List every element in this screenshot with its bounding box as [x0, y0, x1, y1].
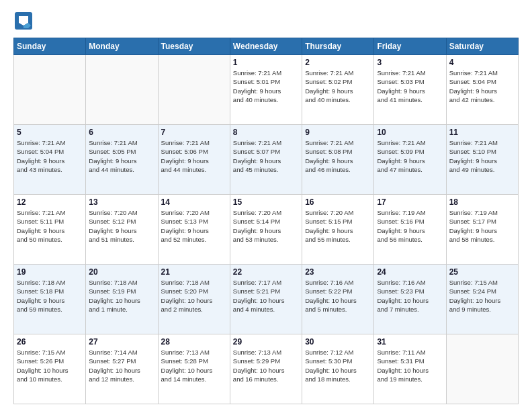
- day-info: Sunrise: 7:21 AM Sunset: 5:02 PM Dayligh…: [305, 68, 371, 104]
- day-info: Sunrise: 7:18 AM Sunset: 5:19 PM Dayligh…: [89, 278, 154, 314]
- calendar-cell: 4Sunrise: 7:21 AM Sunset: 5:04 PM Daylig…: [446, 55, 518, 125]
- calendar-cell: 6Sunrise: 7:21 AM Sunset: 5:05 PM Daylig…: [86, 125, 158, 195]
- calendar-week-row: 1Sunrise: 7:21 AM Sunset: 5:01 PM Daylig…: [14, 55, 519, 125]
- day-info: Sunrise: 7:18 AM Sunset: 5:20 PM Dayligh…: [161, 278, 227, 314]
- day-info: Sunrise: 7:21 AM Sunset: 5:11 PM Dayligh…: [17, 208, 83, 244]
- day-number: 23: [305, 267, 371, 277]
- day-number: 24: [377, 267, 443, 277]
- calendar-cell: 10Sunrise: 7:21 AM Sunset: 5:09 PM Dayli…: [374, 125, 446, 195]
- day-info: Sunrise: 7:21 AM Sunset: 5:01 PM Dayligh…: [233, 68, 299, 104]
- calendar-cell: 21Sunrise: 7:18 AM Sunset: 5:20 PM Dayli…: [158, 265, 230, 334]
- calendar-cell: 28Sunrise: 7:13 AM Sunset: 5:28 PM Dayli…: [158, 334, 230, 404]
- calendar-cell: 20Sunrise: 7:18 AM Sunset: 5:19 PM Dayli…: [86, 265, 158, 334]
- day-number: 13: [89, 197, 154, 207]
- day-number: 22: [233, 267, 299, 277]
- day-info: Sunrise: 7:17 AM Sunset: 5:21 PM Dayligh…: [233, 278, 299, 314]
- calendar-cell: [86, 55, 158, 125]
- calendar-cell: 26Sunrise: 7:15 AM Sunset: 5:26 PM Dayli…: [14, 334, 86, 404]
- day-info: Sunrise: 7:21 AM Sunset: 5:10 PM Dayligh…: [449, 138, 515, 174]
- calendar-cell: 15Sunrise: 7:20 AM Sunset: 5:14 PM Dayli…: [230, 195, 302, 265]
- day-number: 21: [161, 267, 227, 277]
- calendar-week-row: 12Sunrise: 7:21 AM Sunset: 5:11 PM Dayli…: [14, 195, 519, 265]
- calendar-cell: 5Sunrise: 7:21 AM Sunset: 5:04 PM Daylig…: [14, 125, 86, 195]
- day-number: 3: [377, 58, 443, 67]
- calendar-cell: 3Sunrise: 7:21 AM Sunset: 5:03 PM Daylig…: [374, 55, 446, 125]
- day-number: 15: [233, 197, 299, 207]
- calendar-cell: 23Sunrise: 7:16 AM Sunset: 5:22 PM Dayli…: [302, 265, 374, 334]
- day-info: Sunrise: 7:20 AM Sunset: 5:13 PM Dayligh…: [161, 208, 227, 244]
- day-number: 7: [161, 128, 227, 137]
- day-number: 5: [17, 128, 83, 137]
- calendar-cell: 1Sunrise: 7:21 AM Sunset: 5:01 PM Daylig…: [230, 55, 302, 125]
- day-number: 26: [17, 337, 83, 347]
- calendar-cell: 31Sunrise: 7:11 AM Sunset: 5:31 PM Dayli…: [374, 334, 446, 404]
- day-info: Sunrise: 7:12 AM Sunset: 5:30 PM Dayligh…: [305, 348, 371, 383]
- day-info: Sunrise: 7:18 AM Sunset: 5:18 PM Dayligh…: [17, 278, 83, 314]
- header: [13, 11, 519, 31]
- day-info: Sunrise: 7:11 AM Sunset: 5:31 PM Dayligh…: [377, 348, 443, 383]
- day-info: Sunrise: 7:13 AM Sunset: 5:28 PM Dayligh…: [161, 348, 227, 383]
- day-info: Sunrise: 7:21 AM Sunset: 5:05 PM Dayligh…: [89, 138, 154, 174]
- calendar-cell: 24Sunrise: 7:16 AM Sunset: 5:23 PM Dayli…: [374, 265, 446, 334]
- calendar-cell: 30Sunrise: 7:12 AM Sunset: 5:30 PM Dayli…: [302, 334, 374, 404]
- weekday-header-thursday: Thursday: [302, 38, 374, 55]
- weekday-header-friday: Friday: [374, 38, 446, 55]
- day-number: 1: [233, 58, 299, 67]
- day-info: Sunrise: 7:19 AM Sunset: 5:17 PM Dayligh…: [449, 208, 515, 244]
- calendar-cell: 27Sunrise: 7:14 AM Sunset: 5:27 PM Dayli…: [86, 334, 158, 404]
- calendar-cell: 9Sunrise: 7:21 AM Sunset: 5:08 PM Daylig…: [302, 125, 374, 195]
- calendar-cell: [446, 334, 518, 404]
- day-info: Sunrise: 7:20 AM Sunset: 5:14 PM Dayligh…: [233, 208, 299, 244]
- day-number: 31: [377, 337, 443, 347]
- day-number: 9: [305, 128, 371, 137]
- calendar-week-row: 5Sunrise: 7:21 AM Sunset: 5:04 PM Daylig…: [14, 125, 519, 195]
- calendar-cell: 8Sunrise: 7:21 AM Sunset: 5:07 PM Daylig…: [230, 125, 302, 195]
- day-info: Sunrise: 7:21 AM Sunset: 5:03 PM Dayligh…: [377, 68, 443, 104]
- weekday-header-sunday: Sunday: [14, 38, 86, 55]
- logo: [13, 11, 36, 31]
- calendar-cell: 13Sunrise: 7:20 AM Sunset: 5:12 PM Dayli…: [86, 195, 158, 265]
- calendar-cell: 12Sunrise: 7:21 AM Sunset: 5:11 PM Dayli…: [14, 195, 86, 265]
- calendar-cell: 25Sunrise: 7:15 AM Sunset: 5:24 PM Dayli…: [446, 265, 518, 334]
- day-info: Sunrise: 7:19 AM Sunset: 5:16 PM Dayligh…: [377, 208, 443, 244]
- day-info: Sunrise: 7:21 AM Sunset: 5:07 PM Dayligh…: [233, 138, 299, 174]
- calendar-cell: 11Sunrise: 7:21 AM Sunset: 5:10 PM Dayli…: [446, 125, 518, 195]
- calendar-cell: 2Sunrise: 7:21 AM Sunset: 5:02 PM Daylig…: [302, 55, 374, 125]
- day-number: 14: [161, 197, 227, 207]
- day-number: 29: [233, 337, 299, 347]
- day-number: 8: [233, 128, 299, 137]
- calendar-cell: 18Sunrise: 7:19 AM Sunset: 5:17 PM Dayli…: [446, 195, 518, 265]
- calendar-cell: [14, 55, 86, 125]
- day-number: 10: [377, 128, 443, 137]
- day-info: Sunrise: 7:16 AM Sunset: 5:22 PM Dayligh…: [305, 278, 371, 314]
- day-info: Sunrise: 7:21 AM Sunset: 5:08 PM Dayligh…: [305, 138, 371, 174]
- day-number: 18: [449, 197, 515, 207]
- day-number: 4: [449, 58, 515, 67]
- calendar-cell: 14Sunrise: 7:20 AM Sunset: 5:13 PM Dayli…: [158, 195, 230, 265]
- calendar-cell: 22Sunrise: 7:17 AM Sunset: 5:21 PM Dayli…: [230, 265, 302, 334]
- day-info: Sunrise: 7:14 AM Sunset: 5:27 PM Dayligh…: [89, 348, 154, 383]
- weekday-header-row: SundayMondayTuesdayWednesdayThursdayFrid…: [14, 38, 519, 55]
- weekday-header-tuesday: Tuesday: [158, 38, 230, 55]
- day-number: 6: [89, 128, 154, 137]
- weekday-header-monday: Monday: [86, 38, 158, 55]
- day-number: 19: [17, 267, 83, 277]
- calendar-cell: 17Sunrise: 7:19 AM Sunset: 5:16 PM Dayli…: [374, 195, 446, 265]
- calendar-cell: 29Sunrise: 7:13 AM Sunset: 5:29 PM Dayli…: [230, 334, 302, 404]
- weekday-header-wednesday: Wednesday: [230, 38, 302, 55]
- day-number: 27: [89, 337, 154, 347]
- day-info: Sunrise: 7:20 AM Sunset: 5:15 PM Dayligh…: [305, 208, 371, 244]
- day-info: Sunrise: 7:15 AM Sunset: 5:26 PM Dayligh…: [17, 348, 83, 383]
- day-number: 16: [305, 197, 371, 207]
- calendar-cell: 19Sunrise: 7:18 AM Sunset: 5:18 PM Dayli…: [14, 265, 86, 334]
- day-info: Sunrise: 7:21 AM Sunset: 5:04 PM Dayligh…: [17, 138, 83, 174]
- weekday-header-saturday: Saturday: [446, 38, 518, 55]
- day-number: 25: [449, 267, 515, 277]
- day-info: Sunrise: 7:16 AM Sunset: 5:23 PM Dayligh…: [377, 278, 443, 314]
- day-info: Sunrise: 7:21 AM Sunset: 5:06 PM Dayligh…: [161, 138, 227, 174]
- calendar-table: SundayMondayTuesdayWednesdayThursdayFrid…: [13, 38, 519, 404]
- day-info: Sunrise: 7:20 AM Sunset: 5:12 PM Dayligh…: [89, 208, 154, 244]
- logo-icon: [13, 11, 34, 31]
- day-info: Sunrise: 7:21 AM Sunset: 5:09 PM Dayligh…: [377, 138, 443, 174]
- day-number: 30: [305, 337, 371, 347]
